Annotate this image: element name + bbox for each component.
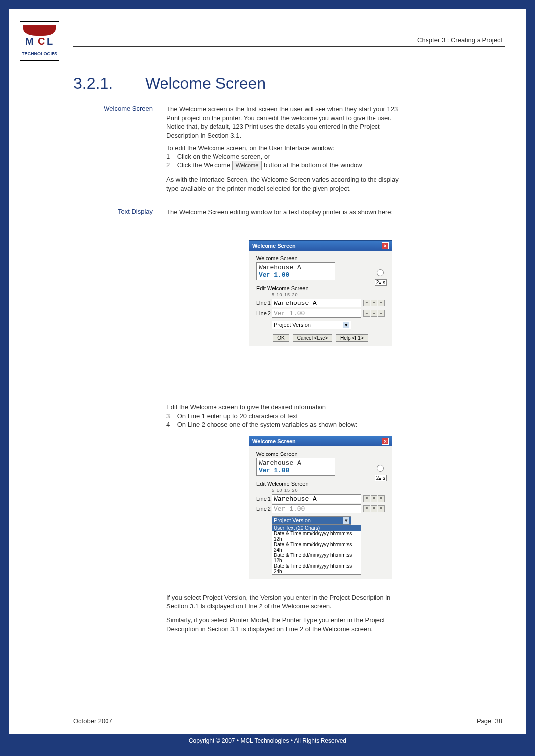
dialog1-line1-label: Line 1 <box>256 300 272 306</box>
dialog2-ruler: 5 10 15 20 <box>272 488 385 493</box>
logo-letter-m: M <box>25 36 34 47</box>
paragraph-intro: The Welcome screen is the first screen t… <box>166 105 404 140</box>
list-item-2a: Click the Welcome <box>177 161 230 169</box>
paragraph-printer-model: Similarly, if you select Printer Model, … <box>166 616 404 633</box>
align-center-icon[interactable]: ≡ <box>371 310 377 317</box>
list-item-4: On Line 2 choose one of the system varia… <box>177 421 358 428</box>
dialog2-dropdown-list[interactable]: User Text (20 Chars) Date & Time mm/dd/y… <box>272 525 361 575</box>
close-icon[interactable]: × <box>382 242 389 249</box>
dialog2-dropdown-value: Project Version <box>274 517 311 524</box>
logo-letter-c: C <box>38 36 45 47</box>
dialog2-duration-spinner[interactable]: 2▴ s <box>375 475 387 481</box>
sidebar-text-display: Text Display <box>78 208 153 215</box>
footer-date: October 2007 <box>73 717 112 725</box>
welcome-screen-dialog-2: Welcome Screen × Welcome Screen Warehous… <box>249 436 392 579</box>
dialog2-titlebar: Welcome Screen × <box>249 436 392 446</box>
dialog1-preview-label: Welcome Screen <box>256 255 385 261</box>
list-num-3: 3 <box>166 412 170 420</box>
chevron-down-icon: ▾ <box>343 517 349 524</box>
align-left-icon[interactable]: ≡ <box>363 495 370 502</box>
list-num-2: 2 <box>166 161 170 169</box>
list-item-3: On Line 1 enter up to 20 characters of t… <box>177 412 298 420</box>
dropdown-option[interactable]: Date & Time mm/dd/yyyy hh:mm:ss 12h <box>272 531 361 542</box>
logo-letter-l: L <box>47 36 53 47</box>
list-num-1: 1 <box>166 153 170 160</box>
dialog2-variable-dropdown[interactable]: Project Version ▾ <box>272 516 351 525</box>
align-center-icon[interactable]: ≡ <box>371 300 377 306</box>
clock-icon <box>377 269 384 276</box>
logo-subtext: TECHNOLOGIES <box>20 51 59 56</box>
mcl-logo: M C L TECHNOLOGIES <box>20 21 59 61</box>
p2-text: To edit the Welcome screen, on the User … <box>166 144 334 151</box>
p5-text: Edit the Welcome screen to give the desi… <box>166 403 326 411</box>
copyright-bar: Copyright © 2007 • MCL Technologies • Al… <box>9 734 526 747</box>
dialog1-title-text: Welcome Screen <box>252 243 296 249</box>
dialog1-preview-line1: Warehouse A <box>259 264 333 271</box>
paragraph-edit-instructions: To edit the Welcome screen, on the User … <box>166 144 404 170</box>
dialog2-preview-line2: Ver 1.00 <box>259 467 333 474</box>
dialog1-titlebar: Welcome Screen × <box>249 241 392 251</box>
dialog1-ruler: 5 10 15 20 <box>272 292 385 297</box>
align-center-icon[interactable]: ≡ <box>371 505 377 512</box>
dropdown-option[interactable]: Date & Time dd/mm/yyyy hh:mm:ss 12h <box>272 553 361 563</box>
dialog1-dropdown-value: Project Version <box>274 322 311 328</box>
dialog2-preview: Warehouse A Ver 1.00 <box>256 458 335 476</box>
footer-page: Page 38 <box>477 717 502 725</box>
document-page: M C L TECHNOLOGIES Chapter 3 : Creating … <box>9 9 526 747</box>
align-right-icon[interactable]: ≡ <box>378 310 385 317</box>
align-left-icon[interactable]: ≡ <box>363 505 370 512</box>
welcome-button-inline: Welcome <box>232 161 262 170</box>
sidebar-url: www.mcl-collection.com <box>531 440 535 585</box>
sidebar-welcome-screen: Welcome Screen <box>78 105 153 112</box>
dialog2-title-text: Welcome Screen <box>252 438 296 444</box>
dialog2-line1-label: Line 1 <box>256 496 272 502</box>
dialog1-line1-input[interactable]: Warehouse A <box>272 299 361 307</box>
list-num-4: 4 <box>166 421 170 428</box>
dropdown-option[interactable]: Date & Time dd/mm/yyyy hh:mm:ss 24h <box>272 563 361 574</box>
align-right-icon[interactable]: ≡ <box>378 505 385 512</box>
dialog2-line2-input[interactable]: Ver 1.00 <box>272 504 361 513</box>
help-button[interactable]: Help <F1> <box>336 334 368 342</box>
ok-button[interactable]: OK <box>273 334 289 342</box>
dialog2-preview-line1: Warehouse A <box>259 459 333 467</box>
align-left-icon[interactable]: ≡ <box>363 310 370 317</box>
welcome-btn-rest: elcome <box>241 162 258 168</box>
dialog1-preview: Warehouse A Ver 1.00 <box>256 262 335 280</box>
align-right-icon[interactable]: ≡ <box>378 300 385 306</box>
welcome-screen-dialog-1: Welcome Screen × Welcome Screen Warehous… <box>249 240 392 346</box>
dialog1-edit-label: Edit Welcome Screen <box>256 285 385 291</box>
chevron-down-icon: ▾ <box>343 322 349 328</box>
paragraph-project-version: If you select Project Version, the Versi… <box>166 593 404 610</box>
dialog2-edit-label: Edit Welcome Screen <box>256 481 385 487</box>
paragraph-edit-info: Edit the Welcome screen to give the desi… <box>166 403 404 429</box>
clock-icon <box>377 465 384 472</box>
section-title: Welcome Screen <box>145 74 266 93</box>
align-left-icon[interactable]: ≡ <box>363 300 370 306</box>
dialog1-line2-input[interactable]: Ver 1.00 <box>272 309 361 318</box>
footer-rule <box>73 713 505 713</box>
dialog1-variable-dropdown[interactable]: Project Version ▾ <box>272 321 351 329</box>
paragraph-varies: As with the Interface Screen, the Welcom… <box>166 175 404 193</box>
list-item-1: Click on the Welcome screen, or <box>177 153 270 160</box>
dropdown-option[interactable]: Date & Time mm/dd/yyyy hh:mm:ss 24h <box>272 542 361 553</box>
dialog2-line1-input[interactable]: Warehouse A <box>272 494 361 503</box>
list-item-2b: button at the bottom of the window <box>264 161 362 169</box>
chapter-label: Chapter 3 : Creating a Project <box>417 36 502 44</box>
header-rule <box>73 46 505 47</box>
section-number: 3.2.1. <box>73 74 113 93</box>
dropdown-option[interactable]: User Text (20 Chars) <box>272 525 361 531</box>
align-right-icon[interactable]: ≡ <box>378 495 385 502</box>
logo-wave <box>23 25 56 36</box>
align-center-icon[interactable]: ≡ <box>371 495 377 502</box>
paragraph-text-display: The Welcome Screen editing window for a … <box>166 208 404 217</box>
close-icon[interactable]: × <box>382 438 389 445</box>
dialog1-line2-label: Line 2 <box>256 310 272 316</box>
dialog2-preview-label: Welcome Screen <box>256 451 385 457</box>
dialog1-duration-spinner[interactable]: 2▴ s <box>375 279 387 286</box>
dialog2-line2-label: Line 2 <box>256 506 272 512</box>
dialog1-preview-line2: Ver 1.00 <box>259 271 333 279</box>
cancel-button[interactable]: Cancel <Esc> <box>293 334 332 342</box>
